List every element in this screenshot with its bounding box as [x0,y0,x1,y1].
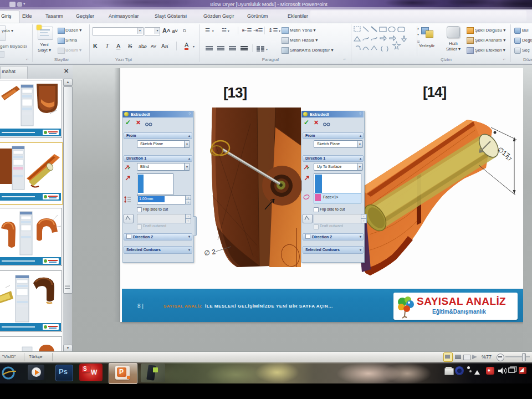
svg-text:∅ 2: ∅ 2 [203,248,216,257]
